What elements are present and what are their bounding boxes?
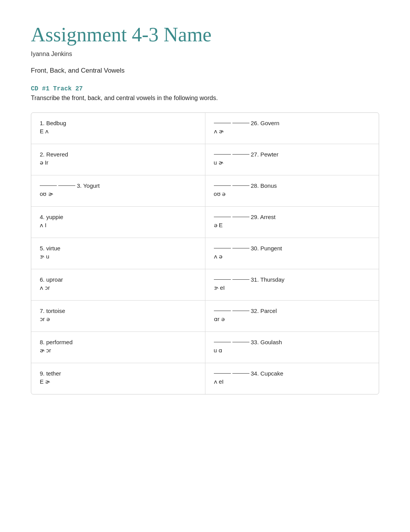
right-cell: 33. Goulashu ɑ <box>205 332 379 363</box>
page-title: Assignment 4-3 Name <box>31 23 379 46</box>
author: Iyanna Jenkins <box>31 51 379 58</box>
left-cell: 4. yuppieʌ I <box>31 207 205 238</box>
table-row: 2. Reveredə Ir 27. Pewteru ɚ <box>31 144 379 175</box>
right-cell: 27. Pewteru ɚ <box>205 144 379 175</box>
right-cell: 32. Parcelɑr ə <box>205 301 379 331</box>
right-cell: 28. Bonusoʊ ə <box>205 175 379 206</box>
left-cell: 6. uproarʌ ɔr <box>31 269 205 300</box>
exercise-table: 1. BedbugE ʌ 26. Governʌ ɚ2. Reveredə Ir… <box>31 112 379 394</box>
cd-label: CD #1 Track 27 <box>31 85 379 92</box>
table-row: 4. yuppieʌ I 29. Arrestə E <box>31 207 379 238</box>
left-cell: 8. performedɚ ɔr <box>31 332 205 363</box>
table-row: 7. tortoiseɔr ə 32. Parcelɑr ə <box>31 301 379 332</box>
right-cell: 31. Thursdayɝ eI <box>205 269 379 300</box>
table-row: 1. BedbugE ʌ 26. Governʌ ɚ <box>31 113 379 144</box>
left-cell: 7. tortoiseɔr ə <box>31 301 205 331</box>
right-cell: 29. Arrestə E <box>205 207 379 238</box>
left-cell: 5. virtueɝ u <box>31 238 205 269</box>
left-cell: 1. BedbugE ʌ <box>31 113 205 144</box>
right-cell: 26. Governʌ ɚ <box>205 113 379 144</box>
table-row: 9. tetherE ɚ 34. Cupcakeʌ eI <box>31 363 379 394</box>
right-cell: 30. Pungentʌ ə <box>205 238 379 269</box>
subtitle: Front, Back, and Central Vowels <box>31 67 379 75</box>
left-cell: 2. Reveredə Ir <box>31 144 205 175</box>
table-row: 6. uproarʌ ɔr 31. Thursdayɝ eI <box>31 269 379 301</box>
instructions: Transcribe the front, back, and central … <box>31 95 379 102</box>
left-cell: 3. Yogurtoʊ ɚ <box>31 175 205 206</box>
table-row: 3. Yogurtoʊ ɚ 28. Bonusoʊ ə <box>31 175 379 207</box>
right-cell: 34. Cupcakeʌ eI <box>205 363 379 394</box>
left-cell: 9. tetherE ɚ <box>31 363 205 394</box>
table-row: 8. performedɚ ɔr 33. Goulashu ɑ <box>31 332 379 363</box>
table-row: 5. virtueɝ u 30. Pungentʌ ə <box>31 238 379 269</box>
